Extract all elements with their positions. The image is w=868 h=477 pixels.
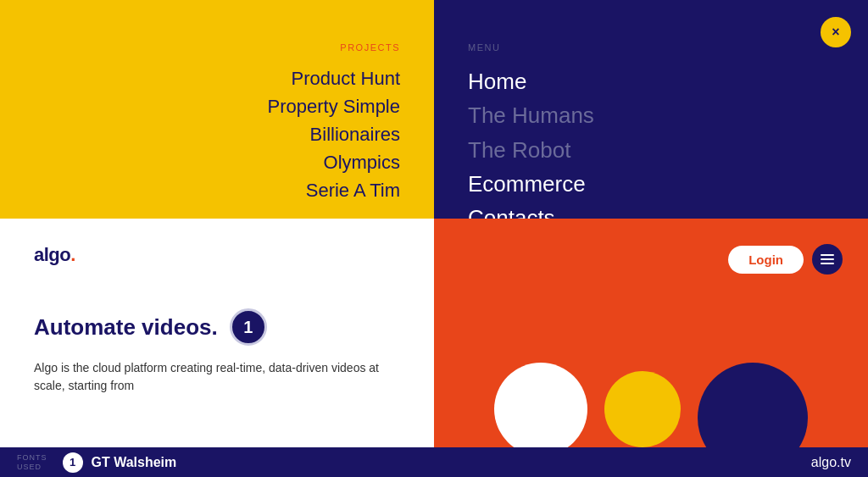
menu-line-2 xyxy=(821,258,834,260)
logo: algo. xyxy=(34,244,400,266)
top-right-panel: × MENU Home The Humans The Robot Ecommer… xyxy=(434,0,868,219)
nav-item-the-robot[interactable]: The Robot xyxy=(468,133,834,167)
circle-white xyxy=(494,363,587,447)
list-item[interactable]: Product Hunt xyxy=(267,64,400,92)
fonts-used-label: FONTSUSED xyxy=(17,453,47,472)
number-badge: 1 xyxy=(230,308,267,346)
logo-dot: . xyxy=(70,244,75,265)
top-left-panel: PROJECTS Product Hunt Property Simple Bi… xyxy=(0,0,434,219)
list-item[interactable]: Property Simple xyxy=(267,92,400,120)
header-actions: Login xyxy=(459,244,843,275)
project-list: Product Hunt Property Simple Billionaire… xyxy=(267,64,400,204)
font-name: GT Walsheim xyxy=(92,455,177,470)
description-text: Algo is the cloud platform creating real… xyxy=(34,359,390,395)
projects-label: PROJECTS xyxy=(340,42,400,53)
menu-line-3 xyxy=(821,263,834,264)
nav-item-home[interactable]: Home xyxy=(468,64,834,98)
circles-row xyxy=(434,337,868,447)
list-item[interactable]: Billionaires xyxy=(267,120,400,148)
font-number: 1 xyxy=(63,452,83,473)
bottom-bar-left: FONTSUSED 1 GT Walsheim xyxy=(17,452,176,473)
menu-button[interactable] xyxy=(812,244,843,275)
font-badge: 1 GT Walsheim xyxy=(63,452,177,473)
bottom-right-panel: Login xyxy=(434,219,868,447)
nav-item-ecommerce[interactable]: Ecommerce xyxy=(468,167,834,201)
headline-text: Automate videos. xyxy=(34,314,218,341)
logo-text: algo xyxy=(34,244,70,265)
nav-list: Home The Humans The Robot Ecommerce Cont… xyxy=(468,64,834,235)
list-item[interactable]: Olympics xyxy=(267,148,400,176)
circle-navy xyxy=(698,363,808,447)
close-button[interactable]: × xyxy=(821,17,851,47)
login-button[interactable]: Login xyxy=(728,246,804,274)
list-item[interactable]: Serie A Tim xyxy=(267,176,400,204)
menu-label: MENU xyxy=(468,42,834,53)
bottom-left-panel: algo. Automate videos. 1 Algo is the clo… xyxy=(0,219,434,447)
menu-line-1 xyxy=(821,254,834,256)
circle-yellow xyxy=(604,371,681,447)
site-url: algo.tv xyxy=(811,455,851,470)
headline: Automate videos. 1 xyxy=(34,308,400,346)
bottom-bar: FONTSUSED 1 GT Walsheim algo.tv xyxy=(0,447,868,477)
nav-item-the-humans[interactable]: The Humans xyxy=(468,98,834,132)
